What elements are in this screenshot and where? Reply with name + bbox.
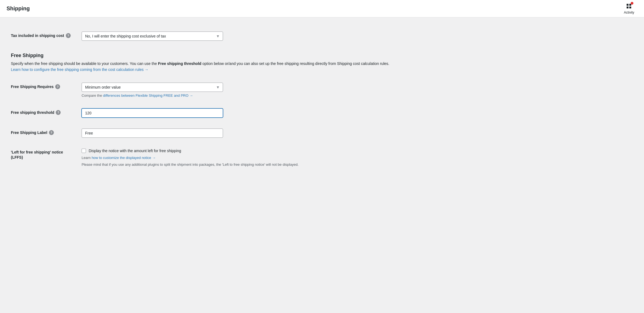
- threshold-label: Free shipping threshold: [11, 110, 54, 115]
- fsr-compare-link[interactable]: differences between Flexible Shipping FR…: [103, 93, 193, 98]
- lffs-learn-prefix: Learn: [82, 156, 92, 160]
- fsl-control-group: [82, 129, 424, 138]
- activity-badge: [631, 2, 633, 5]
- tax-control-group: No, I will enter the shipping cost exclu…: [82, 32, 424, 41]
- fsr-label-group: Free Shipping Requires ?: [11, 83, 82, 89]
- lffs-checkbox[interactable]: [82, 149, 86, 153]
- activity-icon-wrapper: [626, 3, 632, 10]
- fsl-help-icon[interactable]: ?: [49, 130, 54, 135]
- fsl-label-group: Free Shipping Label ?: [11, 129, 82, 135]
- fsr-select-wrapper: Minimum order value Minimum order quanti…: [82, 83, 223, 92]
- lffs-checkbox-label: Display the notice with the amount left …: [89, 149, 181, 153]
- tax-select[interactable]: No, I will enter the shipping cost exclu…: [82, 32, 223, 41]
- tax-select-wrapper: No, I will enter the shipping cost exclu…: [82, 32, 223, 41]
- main-content: Tax included in shipping cost ? No, I wi…: [0, 17, 435, 181]
- fsr-sub-prefix: Compare the: [82, 93, 103, 98]
- fsl-row: Free Shipping Label ?: [11, 123, 424, 143]
- tax-label: Tax included in shipping cost: [11, 33, 64, 38]
- free-shipping-heading: Free Shipping: [11, 46, 424, 61]
- lffs-learn-link[interactable]: how to customize the displayed notice →: [92, 156, 156, 160]
- threshold-control-group: [82, 108, 424, 118]
- lffs-notice-text: Please mind that if you use any addition…: [82, 162, 326, 167]
- free-shipping-requires-row: Free Shipping Requires ? Minimum order v…: [11, 77, 424, 103]
- svg-rect-3: [629, 7, 631, 8]
- lffs-checkbox-row: Display the notice with the amount left …: [82, 149, 424, 153]
- tax-label-group: Tax included in shipping cost ?: [11, 32, 82, 38]
- lffs-learn-row: Learn how to customize the displayed not…: [82, 156, 424, 160]
- free-shipping-description: Specify when the free shipping should be…: [11, 61, 392, 77]
- lffs-control-group: Display the notice with the amount left …: [82, 149, 424, 167]
- fsr-help-icon[interactable]: ?: [55, 84, 60, 89]
- desc-part2: option below or/and you can also set up …: [201, 61, 389, 66]
- fsr-label: Free Shipping Requires: [11, 84, 54, 89]
- free-shipping-section: Free Shipping Specify when the free ship…: [11, 46, 424, 77]
- lffs-label-line2: (LFFS): [11, 155, 23, 159]
- threshold-help-icon[interactable]: ?: [56, 110, 61, 115]
- fsl-input[interactable]: [82, 129, 223, 138]
- tax-row: Tax included in shipping cost ? No, I wi…: [11, 26, 424, 46]
- fsr-select[interactable]: Minimum order value Minimum order quanti…: [82, 83, 223, 92]
- activity-label: Activity: [624, 11, 634, 14]
- activity-button[interactable]: Activity: [621, 1, 637, 17]
- top-header: Shipping Activity: [0, 0, 644, 17]
- tax-help-icon[interactable]: ?: [66, 33, 71, 38]
- threshold-row: Free shipping threshold ?: [11, 103, 424, 123]
- fsr-sub-description: Compare the differences between Flexible…: [82, 93, 424, 98]
- threshold-label-group: Free shipping threshold ?: [11, 108, 82, 115]
- lffs-label-group: 'Left for free shipping' notice (LFFS): [11, 149, 82, 160]
- lffs-row: 'Left for free shipping' notice (LFFS) D…: [11, 143, 424, 173]
- threshold-input[interactable]: [82, 108, 223, 118]
- lffs-label: 'Left for free shipping' notice (LFFS): [11, 150, 63, 160]
- svg-rect-1: [627, 7, 628, 8]
- fsr-control-group: Minimum order value Minimum order quanti…: [82, 83, 424, 98]
- lffs-label-line1: 'Left for free shipping' notice: [11, 150, 63, 154]
- desc-bold: Free shipping threshold: [158, 61, 201, 66]
- page-title: Shipping: [7, 5, 30, 12]
- svg-rect-0: [627, 4, 628, 6]
- fsl-label: Free Shipping Label: [11, 130, 47, 135]
- desc-part1: Specify when the free shipping should be…: [11, 61, 158, 66]
- free-shipping-config-link[interactable]: Learn how to configure the free shipping…: [11, 67, 148, 72]
